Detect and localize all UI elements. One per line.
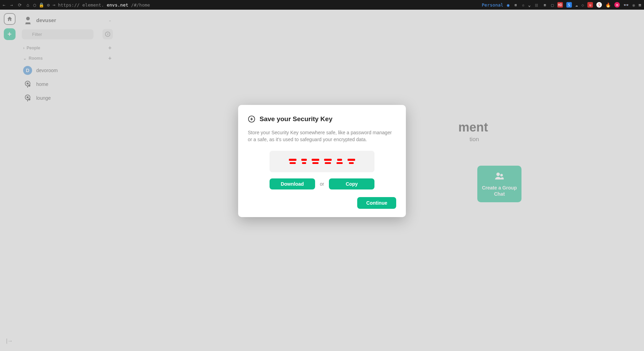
ext-icon-1[interactable]: ⊞: [513, 2, 518, 8]
pocket-icon[interactable]: ⌄: [528, 2, 531, 8]
key-segment: [289, 159, 296, 164]
ext-hd-icon[interactable]: HD: [557, 2, 563, 8]
browser-toolbar: ← → ⟳ ⌂ ◯ 🔒 ⚙ ⊸ https://element.envs.net…: [0, 0, 644, 10]
ext-icon-6[interactable]: ◉: [632, 2, 635, 8]
key-segment: [336, 159, 343, 164]
menu-icon[interactable]: ≡: [638, 2, 641, 8]
url-host: element.: [82, 2, 104, 8]
modal-overlay: Save your Security Key Store your Securi…: [0, 10, 644, 351]
reload-icon[interactable]: ⟳: [18, 2, 22, 8]
ext-icon-2[interactable]: ⊞: [542, 2, 548, 8]
url-bar[interactable]: ◯ 🔒 ⚙ ⊸ https://element.envs.net/#/home: [33, 2, 150, 8]
home-nav-icon[interactable]: ⌂: [27, 2, 29, 8]
ext-s2-icon[interactable]: S: [596, 2, 602, 8]
or-separator: or: [320, 181, 324, 187]
container-icon[interactable]: ◉: [507, 2, 509, 8]
download-button[interactable]: Download: [270, 178, 315, 189]
ext-pink-icon[interactable]: m: [614, 2, 620, 8]
modal-title: Save your Security Key: [260, 115, 332, 123]
key-segment: [301, 159, 307, 164]
security-key-display: [270, 151, 374, 172]
key-segment: [312, 159, 319, 164]
continue-button[interactable]: Continue: [357, 197, 396, 209]
url-protocol: https://: [58, 2, 80, 8]
back-icon[interactable]: ←: [3, 2, 6, 8]
lock-icon: 🔒: [39, 2, 44, 8]
forward-icon[interactable]: →: [10, 2, 13, 8]
url-path: /#/home: [131, 2, 150, 8]
shield-icon: ◯: [33, 2, 36, 8]
key-segment: [324, 159, 332, 164]
ext-fire-icon[interactable]: 🔥: [605, 2, 611, 8]
reader-icon[interactable]: ▢: [551, 2, 554, 8]
ext-s-icon[interactable]: S: [566, 2, 572, 8]
permissions-icon: ⚙: [47, 2, 50, 8]
ext-ublock-icon[interactable]: u: [587, 2, 593, 8]
bookmark-icon[interactable]: ☆: [522, 2, 525, 8]
ext-icon-3[interactable]: ☁: [575, 2, 578, 8]
security-key-modal: Save your Security Key Store your Securi…: [238, 105, 406, 217]
ext-icon-4[interactable]: ◇: [582, 2, 584, 8]
copy-button[interactable]: Copy: [329, 178, 374, 189]
key-segment: [348, 159, 355, 164]
container-label[interactable]: Personal: [482, 2, 504, 8]
ext-icon-5[interactable]: 👓: [623, 2, 629, 8]
key-save-icon: [248, 115, 255, 123]
key-icon: ⊸: [52, 2, 55, 8]
url-domain: envs.net: [107, 2, 128, 8]
modal-description: Store your Security Key somewhere safe, …: [248, 129, 396, 143]
library-icon[interactable]: ⫼: [534, 2, 539, 8]
